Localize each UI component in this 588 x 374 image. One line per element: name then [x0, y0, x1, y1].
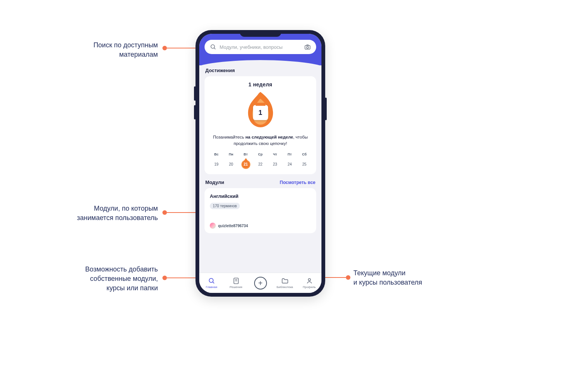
annotation-dot	[162, 46, 167, 50]
day-number[interactable]: 19	[212, 160, 221, 169]
modules-heading: Модули	[205, 179, 224, 185]
search-bar[interactable]: Модули, учебники, вопросы	[205, 40, 316, 54]
avatar	[210, 223, 216, 229]
svg-point-3	[306, 47, 308, 48]
svg-point-0	[211, 45, 215, 48]
svg-line-1	[214, 48, 215, 49]
phone-screen: Модули, учебники, вопросы Достижения 1 н…	[199, 34, 321, 293]
day-of-week: Пт	[282, 152, 297, 156]
module-author-name: quizlette8796734	[218, 224, 248, 228]
search-placeholder: Модули, учебники, вопросы	[220, 44, 301, 50]
annotation-line	[167, 212, 200, 213]
achievements-heading: Достижения	[205, 68, 315, 73]
module-title: Английский	[210, 193, 311, 199]
module-author[interactable]: quizlette8796734	[210, 223, 311, 229]
search-icon	[210, 44, 217, 50]
achievements-text: Позанимайтесь на следующей неделе, чтобы…	[209, 134, 312, 146]
annotation-library: Текущие модулии курсы пользователя	[353, 268, 466, 287]
annotation-dot	[162, 276, 167, 280]
day-of-week: Пн	[224, 152, 238, 156]
day-of-week: Чт	[268, 152, 282, 156]
volume-button	[194, 86, 196, 101]
power-button	[325, 98, 327, 120]
day-number[interactable]: 25	[300, 160, 309, 169]
app-header: Модули, учебники, вопросы	[199, 34, 321, 65]
day-of-week: Вс	[209, 152, 224, 156]
phone-frame: Модули, учебники, вопросы Достижения 1 н…	[195, 30, 325, 297]
achievements-week-title: 1 неделя	[209, 81, 312, 87]
day-number[interactable]: 20	[227, 160, 236, 169]
achievements-card[interactable]: 1 неделя 1 Позанимайтесь на следующей не…	[205, 76, 316, 174]
day-number[interactable]: 24	[285, 160, 294, 169]
view-all-link[interactable]: Посмотреть все	[280, 180, 315, 185]
content-area[interactable]: Достижения 1 неделя 1 Позанимай	[199, 65, 321, 293]
svg-rect-2	[305, 45, 310, 49]
annotation-line	[167, 48, 200, 48]
streak-number: 1	[253, 105, 268, 120]
module-card[interactable]: Английский 170 терминов quizlette8796734	[205, 188, 316, 233]
annotation-add: Возможность добавитьсобственные модули,к…	[53, 265, 158, 293]
annotation-dot	[346, 275, 350, 280]
annotation-modules: Модули, по которымзанимается пользовател…	[53, 204, 158, 223]
week-row: Вс Пн Вт Ср Чт Пт Сб 19 20 21 22 23 24 2…	[209, 152, 312, 169]
day-of-week: Ср	[253, 152, 268, 156]
annotation-dot	[162, 210, 167, 215]
module-terms-badge: 170 терминов	[210, 203, 240, 209]
day-number-active[interactable]: 21	[241, 160, 250, 169]
camera-icon[interactable]	[304, 44, 311, 50]
day-number[interactable]: 22	[256, 160, 265, 169]
day-of-week: Вт	[238, 152, 253, 156]
day-of-week: Сб	[297, 152, 312, 156]
volume-button	[194, 105, 196, 119]
annotation-search: Поиск по доступнымматериалам	[53, 41, 158, 59]
day-number[interactable]: 23	[271, 160, 280, 169]
streak-flame: 1	[209, 91, 312, 129]
